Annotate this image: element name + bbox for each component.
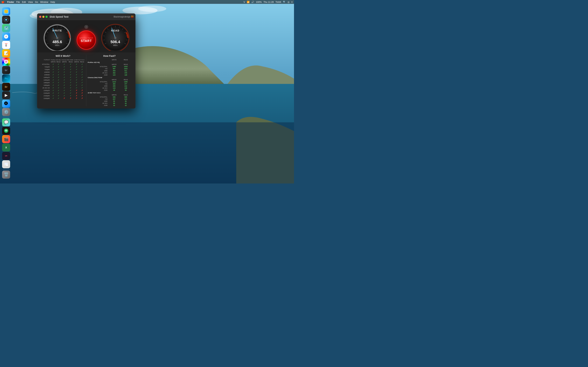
how-fast-data-row: NTSC/PAL14801533 <box>88 66 131 68</box>
how-fast-group-name: ProRes 422 HQ <box>88 61 131 63</box>
row-check-cell: ✓ <box>68 84 74 86</box>
hf-row-label: 1080 <box>88 70 108 72</box>
hf-write-val: 546 <box>108 96 120 98</box>
menubar-list-icon[interactable]: ≡ <box>291 1 293 3</box>
row-format-label: 2160p50 <box>41 94 50 97</box>
speed-test-start-button[interactable]: SPEED TEST START <box>77 30 96 50</box>
dock-item-calendar[interactable]: THU 8 <box>2 41 10 49</box>
dock-item-bridge[interactable]: Br <box>2 83 10 91</box>
dock-item-safari[interactable] <box>2 33 10 41</box>
dock-item-messages[interactable]: 💬 <box>2 118 10 126</box>
row-check-cell: ✓ <box>61 63 68 66</box>
menubar-window[interactable]: Window <box>40 1 48 3</box>
cross-icon: ✗ <box>70 97 71 99</box>
check-icon: ✓ <box>58 97 59 99</box>
dock-item-lightroom[interactable]: Lr <box>2 66 10 74</box>
dock-item-launchpad[interactable] <box>2 16 10 24</box>
row-format-label: 1080i60 <box>41 73 50 76</box>
row-check-cell: ✓ <box>50 94 56 97</box>
how-fast-subheader: WRITEREAD <box>88 79 131 81</box>
dock-item-systemprefs[interactable]: ⚙️ <box>2 108 10 116</box>
menubar-edit[interactable]: Edit <box>22 1 26 3</box>
dock-item-notes[interactable]: 📝 <box>2 49 10 57</box>
row-check-cell: ✓ <box>61 68 68 71</box>
settings-icon[interactable] <box>84 25 88 29</box>
check-icon: ✓ <box>58 82 59 83</box>
how-fast-data-row: 21604850 <box>88 89 131 91</box>
dock-item-appletv[interactable]: ▶ <box>2 91 10 99</box>
maximize-button[interactable] <box>45 16 48 18</box>
hf-read-val: 62 <box>120 102 131 104</box>
menubar-search-icon[interactable]: 🔍 <box>283 1 286 3</box>
hf-row-label: 1080 <box>88 85 108 87</box>
check-icon: ✓ <box>76 79 77 81</box>
row-check-cell: ✓ <box>68 79 74 81</box>
dock-item-finder[interactable]: 🙂 <box>2 7 10 15</box>
dock-item-trash[interactable]: 🗑️ <box>2 171 10 179</box>
will-it-row: 1080p60✓✓✓✓✓✓ <box>41 84 85 86</box>
row-check-cell: ✓ <box>50 73 56 76</box>
yuv-write-header: WRITE <box>74 61 80 63</box>
check-icon: ✓ <box>58 95 59 97</box>
menubar-go[interactable]: Go <box>35 1 38 3</box>
dock-item-preview[interactable] <box>2 160 10 168</box>
menubar-file[interactable]: File <box>16 1 20 3</box>
check-icon: ✓ <box>58 87 59 89</box>
check-icon: ✓ <box>58 76 59 78</box>
check-icon: ✓ <box>63 87 65 89</box>
row-check-cell: ✓ <box>74 68 80 71</box>
row-check-cell: ✓ <box>68 68 74 71</box>
how-fast-data-row: 21602222 <box>88 104 131 106</box>
dock-item-photoshop[interactable]: Ps <box>2 75 10 83</box>
prores-read-header: READ <box>56 61 61 63</box>
check-icon: ✓ <box>81 87 83 89</box>
how-fast-group-name: Cinema DNG RAW <box>88 76 131 79</box>
hf-subheader-cell <box>88 94 108 96</box>
check-icon: ✓ <box>52 87 54 89</box>
hf-read-val: 477 <box>120 83 131 85</box>
close-button[interactable] <box>39 16 41 18</box>
row-check-cell: ✓ <box>61 76 68 79</box>
row-check-cell: ✓ <box>50 63 56 66</box>
how-fast-panel: How Fast? WRITE READ ProRes 422 HQWRITER… <box>86 55 133 106</box>
check-icon: ✓ <box>70 68 71 70</box>
will-it-row: 2160p30✓✓✓✓✗✗ <box>41 92 85 94</box>
dock-item-excel[interactable]: X <box>2 143 10 151</box>
menubar-help[interactable]: Help <box>50 1 55 3</box>
row-check-cell: ✓ <box>56 71 61 73</box>
dock-item-maps[interactable]: 🗺️ <box>2 24 10 32</box>
menubar-view[interactable]: View <box>28 1 33 3</box>
hf-read-val: 128 <box>120 74 131 76</box>
how-fast-data-row: NTSC/PAL12131256 <box>88 81 131 83</box>
dock: 🙂 🗺️ THU 8 📝 🌸 Lr Ps Br ▶ 🅐 ⚙️ 💬 🎬 X DR … <box>0 4 12 184</box>
row-check-cell: ✓ <box>56 92 61 94</box>
dock-item-appstore[interactable]: 🅐 <box>2 100 10 108</box>
check-icon: ✓ <box>63 95 65 97</box>
hf-write-val: 462 <box>108 72 120 74</box>
hf-subheader-cell: READ <box>120 79 131 81</box>
how-fast-data-row: 720460477 <box>88 83 131 85</box>
write-gauge: WRITE 485.6 MB/s <box>42 24 73 51</box>
check-icon: ✓ <box>76 82 77 83</box>
row-check-cell: ✓ <box>79 71 85 73</box>
row-check-cell: ✓ <box>61 84 68 86</box>
menubar-finder[interactable]: Finder <box>7 1 14 3</box>
menubar-battery: 100% <box>256 1 262 3</box>
menubar-siri-icon[interactable]: ◎ <box>287 1 289 3</box>
apple-menu[interactable]: 🍎 <box>1 0 4 3</box>
check-icon: ✓ <box>52 63 54 65</box>
row-check-cell: ✓ <box>50 68 56 71</box>
hf-write-val: 1213 <box>108 81 120 83</box>
check-icon: ✓ <box>81 76 83 78</box>
dock-item-photos[interactable]: 🌸 <box>2 58 10 66</box>
will-it-row: 720p50✓✓✓✓✓✓ <box>41 66 85 68</box>
minimize-button[interactable] <box>42 16 44 18</box>
dock-item-spotify[interactable] <box>2 127 10 135</box>
check-icon: ✓ <box>70 89 71 92</box>
check-icon: ✓ <box>63 63 65 65</box>
dock-item-resolve[interactable]: DR <box>2 152 10 160</box>
hf-write-val: 460 <box>108 83 120 85</box>
dock-item-clips[interactable]: 🎬 <box>2 135 10 143</box>
row-check-cell: ✓ <box>56 66 61 68</box>
menubar-left: 🍎 Finder File Edit View Go Window Help <box>1 0 55 3</box>
